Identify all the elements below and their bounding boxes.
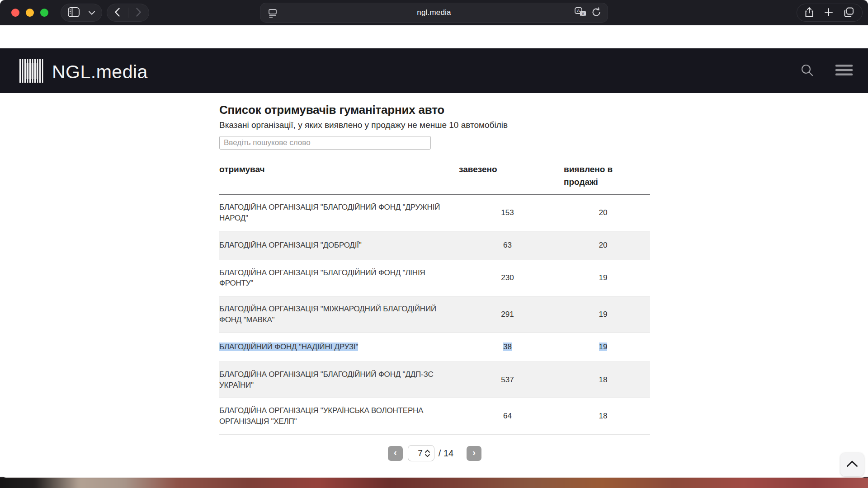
cell-imported: 153 — [459, 208, 556, 217]
cell-recipient: БЛАГОДІЙНА ОРГАНІЗАЦІЯ "БЛАГОДІЙНИЙ ФОНД… — [219, 369, 459, 391]
refresh-icon[interactable] — [591, 7, 601, 19]
url-text: ngl.media — [260, 8, 608, 17]
chevron-right-icon — [136, 8, 141, 18]
table-row: БЛАГОДІЙНА ОРГАНІЗАЦІЯ "БЛАГОДІЙНИЙ ФОНД… — [219, 195, 650, 231]
cell-found: 19 — [556, 343, 650, 352]
column-header-recipient: отримувач — [219, 163, 459, 176]
cell-imported: 537 — [459, 375, 556, 385]
nav-button-group — [107, 4, 149, 22]
stepper-down-icon — [425, 454, 430, 457]
minimize-window-button[interactable] — [26, 9, 34, 17]
translate-icon[interactable]: A 文 — [574, 7, 587, 19]
table-row: БЛАГОДІЙНА ОРГАНІЗАЦІЯ "МІЖНАРОДНИЙ БЛАГ… — [219, 296, 650, 333]
cell-recipient: БЛАГОДІЙНА ОРГАНІЗАЦІЯ "ДОБРОДІЇ" — [219, 240, 459, 251]
table-row: БЛАГОДІЙНИЙ ФОНД "НАДІЙНІ ДРУЗІ" 38 19 — [219, 333, 650, 362]
chevron-right-icon: › — [472, 447, 476, 458]
site-search-button[interactable] — [797, 63, 816, 78]
address-bar[interactable]: ngl.media A 文 — [260, 3, 608, 23]
cell-found: 18 — [556, 375, 650, 385]
cell-found: 19 — [556, 310, 650, 319]
zoom-window-button[interactable] — [40, 9, 48, 17]
next-page-button[interactable]: › — [467, 446, 481, 461]
cell-recipient: БЛАГОДІЙНА ОРГАНІЗАЦІЯ "МІЖНАРОДНИЙ БЛАГ… — [219, 304, 459, 325]
table-row: БЛАГОДІЙНА ОРГАНІЗАЦІЯ "БЛАГОДІЙНИЙ ФОНД… — [219, 362, 650, 399]
scroll-to-top-button[interactable] — [840, 453, 864, 476]
table-row: БЛАГОДІЙНА ОРГАНІЗАЦІЯ "ДОБРОДІЇ" 63 20 — [219, 231, 650, 260]
svg-text:文: 文 — [581, 11, 585, 16]
search-input[interactable] — [219, 136, 431, 150]
close-window-button[interactable] — [11, 9, 19, 17]
page-top-gap — [0, 25, 868, 48]
plus-icon — [824, 8, 833, 18]
cell-recipient: БЛАГОДІЙНИЙ ФОНД "НАДІЙНІ ДРУЗІ" — [219, 342, 459, 352]
cell-recipient: БЛАГОДІЙНА ОРГАНІЗАЦІЯ "БЛАГОДІЙНИЙ ФОНД… — [219, 202, 459, 224]
reader-icon[interactable] — [268, 8, 278, 20]
cell-found: 20 — [556, 241, 650, 250]
cell-recipient: БЛАГОДІЙНА ОРГАНІЗАЦІЯ "БЛАГОДІЙНИЙ ФОНД… — [219, 267, 459, 289]
search-icon — [800, 63, 814, 78]
browser-window: ngl.media A 文 — [0, 0, 868, 488]
cell-imported: 64 — [459, 412, 556, 421]
sidebar-dropdown-button[interactable] — [86, 9, 98, 16]
cell-found: 20 — [556, 208, 650, 217]
column-header-found: виявлено в продажі — [556, 163, 614, 188]
table-row: БЛАГОДІЙНА ОРГАНІЗАЦІЯ "УКРАЇНСЬКА ВОЛОН… — [219, 398, 650, 435]
sidebar-icon — [68, 7, 80, 19]
share-button[interactable] — [802, 7, 816, 19]
page-number-input[interactable] — [412, 448, 423, 458]
hamburger-icon — [835, 64, 853, 78]
page-number-box — [408, 445, 434, 461]
chevron-left-icon: ‹ — [394, 447, 397, 458]
chevron-left-icon — [115, 8, 120, 18]
svg-text:A: A — [577, 8, 580, 13]
back-button[interactable] — [112, 8, 123, 18]
recipients-table: отримувач завезено виявлено в продажі БЛ… — [219, 163, 650, 435]
cell-found: 18 — [556, 412, 650, 421]
forward-button[interactable] — [133, 8, 144, 18]
new-tab-button[interactable] — [821, 8, 836, 18]
sidebar-toggle-button[interactable] — [65, 7, 82, 19]
cell-imported: 230 — [459, 273, 556, 282]
page-stepper[interactable] — [425, 450, 430, 457]
tab-overview-button[interactable] — [841, 7, 857, 19]
cell-imported: 291 — [459, 310, 556, 319]
share-icon — [805, 7, 814, 19]
sidebar-button-group — [61, 4, 102, 22]
site-header: NGL.media — [0, 48, 868, 93]
page-content: Список отримувачів гуманітарних авто Вка… — [0, 93, 868, 478]
cell-imported: 63 — [459, 241, 556, 250]
nav-divider — [128, 8, 128, 18]
chevron-up-icon — [846, 460, 858, 469]
site-menu-button[interactable] — [833, 64, 855, 78]
pagination: ‹ / 14 › — [219, 445, 650, 461]
table-row: БЛАГОДІЙНА ОРГАНІЗАЦІЯ "БЛАГОДІЙНИЙ ФОНД… — [219, 260, 650, 297]
table-header-row: отримувач завезено виявлено в продажі — [219, 163, 650, 195]
cell-imported: 38 — [459, 343, 556, 352]
toolbar-right-group — [797, 4, 863, 22]
cell-found: 19 — [556, 273, 650, 282]
logo-text: NGL.media — [52, 61, 148, 83]
below-content-image — [0, 477, 868, 488]
table-body: БЛАГОДІЙНА ОРГАНІЗАЦІЯ "БЛАГОДІЙНИЙ ФОНД… — [219, 195, 650, 435]
site-logo[interactable]: NGL.media — [19, 59, 148, 84]
column-header-imported: завезено — [459, 163, 556, 176]
tabs-icon — [844, 7, 854, 19]
browser-titlebar: ngl.media A 文 — [0, 0, 868, 25]
logo-barcode-icon — [19, 59, 45, 84]
prev-page-button[interactable]: ‹ — [388, 446, 403, 461]
stepper-up-icon — [425, 450, 430, 453]
chevron-down-icon — [89, 9, 95, 16]
window-controls — [11, 9, 48, 17]
page-total-label: / 14 — [439, 448, 453, 459]
cell-recipient: БЛАГОДІЙНА ОРГАНІЗАЦІЯ "УКРАЇНСЬКА ВОЛОН… — [219, 405, 459, 427]
page-subtitle: Вказані організації, у яких виявлено у п… — [219, 120, 650, 130]
page-title: Список отримувачів гуманітарних авто — [219, 103, 650, 117]
